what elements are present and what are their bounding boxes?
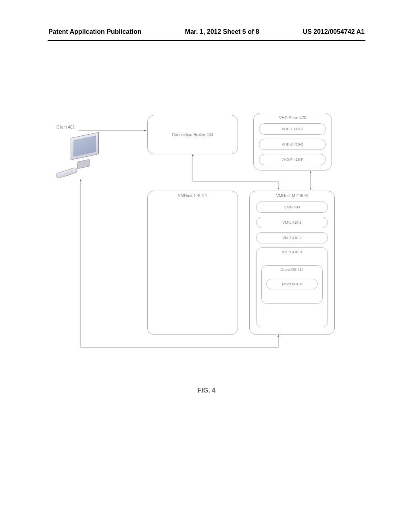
header-rule	[48, 40, 365, 41]
vmm-label: VMM 408	[284, 205, 300, 209]
client-label: Client 402	[56, 125, 75, 129]
connection-broker-box: Connection Broker 404	[147, 115, 238, 154]
vhd-2-label: VHD-2 418-2	[282, 142, 303, 146]
process-box: Process 418	[266, 279, 318, 289]
figure-label: FIG. 4	[0, 387, 413, 394]
diagram-fig4: Client 402 Connection Broker 404 VHD Sto…	[52, 113, 363, 355]
vhd-store-title: VHD Store 420	[279, 116, 306, 120]
client-stand-icon	[77, 159, 90, 169]
guest-os-title: Guest OS 414	[280, 268, 303, 272]
connection-broker-label: Connection Broker 404	[172, 133, 213, 137]
vm-2-label: VM-2 410-2	[282, 236, 301, 240]
vm-1-box: VM-1 410-1	[256, 217, 328, 228]
header-right: US 2012/0054742 A1	[303, 28, 365, 35]
vhd-1-box: VHD-1 418-1	[259, 123, 326, 135]
header-left: Patent Application Publication	[48, 28, 142, 35]
client-monitor-icon	[71, 132, 99, 160]
vmhost-1-label: VMHost-1 406-1	[178, 193, 207, 198]
vm-1-label: VM-1 410-1	[282, 220, 301, 224]
vhd-1-label: VHD-1 418-1	[282, 127, 303, 131]
vmhost-1-box: VMHost-1 406-1	[147, 191, 238, 335]
client-keyboard-icon	[55, 167, 78, 179]
header-center: Mar. 1, 2012 Sheet 5 of 8	[185, 28, 259, 35]
page-header: Patent Application Publication Mar. 1, 2…	[0, 28, 413, 35]
process-label: Process 418	[282, 282, 302, 286]
vm-n-title: VM-N 410-N	[282, 250, 302, 254]
vmm-box: VMM 408	[256, 202, 328, 213]
vhd-p-box: VHD-P 418-P	[259, 154, 326, 165]
vmhost-m-title: VMHost-M 406-M	[276, 193, 308, 198]
vhd-2-box: VHD-2 418-2	[259, 139, 326, 150]
vhd-p-label: VHD-P 418-P	[282, 158, 303, 162]
vm-2-box: VM-2 410-2	[256, 232, 328, 243]
